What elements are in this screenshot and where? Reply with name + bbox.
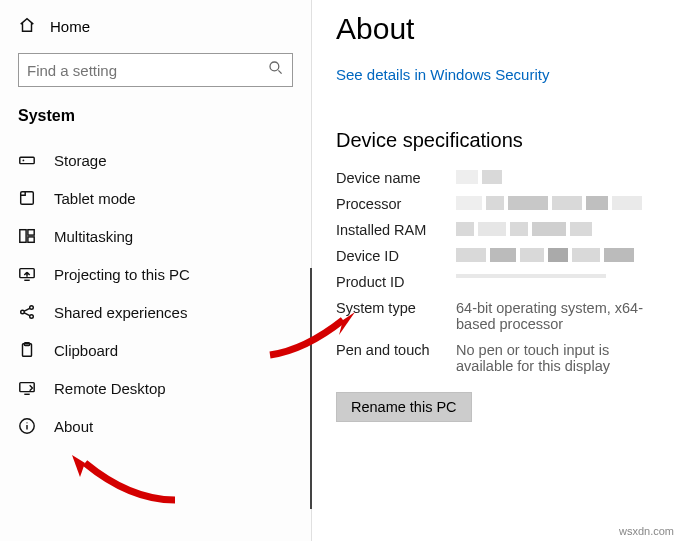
spec-value: 64-bit operating system, x64-based proce… xyxy=(456,300,664,332)
svg-rect-4 xyxy=(20,230,26,243)
sidebar-item-remote[interactable]: Remote Desktop xyxy=(0,369,311,407)
windows-security-link[interactable]: See details in Windows Security xyxy=(336,66,549,83)
section-title-system: System xyxy=(0,103,311,141)
spec-label: Pen and touch xyxy=(336,342,456,374)
spec-value-redacted xyxy=(456,196,664,212)
svg-point-10 xyxy=(30,315,34,319)
sidebar-item-projecting[interactable]: Projecting to this PC xyxy=(0,255,311,293)
spec-label: Processor xyxy=(336,196,456,212)
spec-value: No pen or touch input is available for t… xyxy=(456,342,664,374)
spec-value-redacted xyxy=(456,222,664,238)
storage-icon xyxy=(18,151,36,169)
spec-row-pen-touch: Pen and touch No pen or touch input is a… xyxy=(336,342,664,374)
sidebar-item-label: Storage xyxy=(54,152,107,169)
tablet-icon xyxy=(18,189,36,207)
svg-point-0 xyxy=(270,62,279,71)
svg-point-9 xyxy=(30,306,34,310)
svg-rect-3 xyxy=(21,192,34,205)
home-button[interactable]: Home xyxy=(8,8,303,45)
about-icon xyxy=(18,417,36,435)
spec-label: System type xyxy=(336,300,456,332)
multitask-icon xyxy=(18,227,36,245)
divider xyxy=(310,268,312,509)
device-specifications-heading: Device specifications xyxy=(336,129,664,152)
sidebar-item-storage[interactable]: Storage xyxy=(0,141,311,179)
sidebar-item-tablet[interactable]: Tablet mode xyxy=(0,179,311,217)
sidebar: Home System Stor xyxy=(0,0,312,541)
home-label: Home xyxy=(50,18,90,35)
sidebar-item-label: Remote Desktop xyxy=(54,380,166,397)
rename-pc-button[interactable]: Rename this PC xyxy=(336,392,472,422)
svg-rect-1 xyxy=(20,157,34,163)
svg-point-8 xyxy=(21,310,25,314)
sidebar-item-about[interactable]: About xyxy=(0,407,311,445)
spec-row-ram: Installed RAM xyxy=(336,222,664,238)
spec-value-redacted xyxy=(456,248,664,264)
spec-row-device-name: Device name xyxy=(336,170,664,186)
annotation-arrow-about xyxy=(70,455,180,505)
spec-value-redacted xyxy=(456,274,664,290)
watermark: wsxdn.com xyxy=(619,525,674,537)
main-panel: About See details in Windows Security De… xyxy=(312,0,680,541)
spec-value-redacted xyxy=(456,170,664,186)
page-title: About xyxy=(336,12,664,46)
sidebar-item-shared[interactable]: Shared experiences xyxy=(0,293,311,331)
sidebar-item-label: About xyxy=(54,418,93,435)
sidebar-item-label: Multitasking xyxy=(54,228,133,245)
sidebar-item-multitask[interactable]: Multitasking xyxy=(0,217,311,255)
svg-point-2 xyxy=(23,160,25,162)
remote-icon xyxy=(18,379,36,397)
svg-rect-6 xyxy=(28,237,34,242)
search-icon xyxy=(268,60,284,80)
spec-label: Product ID xyxy=(336,274,456,290)
sidebar-item-clipboard[interactable]: Clipboard xyxy=(0,331,311,369)
spec-row-device-id: Device ID xyxy=(336,248,664,264)
search-input[interactable] xyxy=(18,53,293,87)
shared-icon xyxy=(18,303,36,321)
clipboard-icon xyxy=(18,341,36,359)
sidebar-item-label: Projecting to this PC xyxy=(54,266,190,283)
svg-rect-5 xyxy=(28,230,34,235)
spec-label: Device name xyxy=(336,170,456,186)
search-field[interactable] xyxy=(27,62,268,79)
spec-row-product-id: Product ID xyxy=(336,274,664,290)
spec-row-processor: Processor xyxy=(336,196,664,212)
sidebar-item-label: Clipboard xyxy=(54,342,118,359)
home-icon xyxy=(18,16,36,37)
spec-label: Installed RAM xyxy=(336,222,456,238)
sidebar-item-label: Shared experiences xyxy=(54,304,187,321)
project-icon xyxy=(18,265,36,283)
spec-label: Device ID xyxy=(336,248,456,264)
spec-row-system-type: System type 64-bit operating system, x64… xyxy=(336,300,664,332)
sidebar-item-label: Tablet mode xyxy=(54,190,136,207)
